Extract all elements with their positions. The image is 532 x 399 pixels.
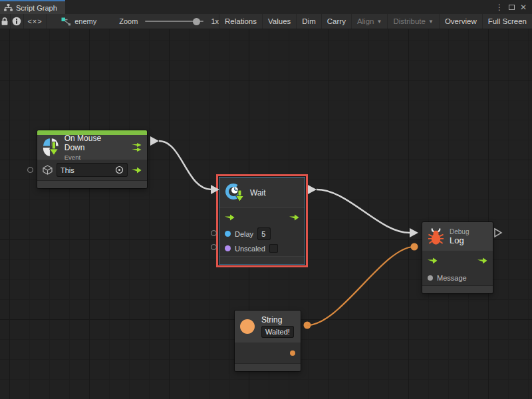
tab-title: Script Graph <box>16 4 57 12</box>
mouse-down-icon <box>43 138 59 157</box>
node-header: Debug Log <box>422 222 493 251</box>
unscaled-label: Unscaled <box>235 245 265 253</box>
string-output-dot[interactable] <box>290 350 295 356</box>
trigger-row <box>422 251 493 270</box>
chevron-down-icon: ▼ <box>376 19 382 25</box>
trigger-output-icon[interactable] <box>132 167 142 174</box>
target-field[interactable]: This <box>57 163 128 177</box>
delay-external-port[interactable] <box>211 230 217 236</box>
carry-button[interactable]: Carry <box>321 14 351 29</box>
trigger-row <box>219 208 305 227</box>
full-screen-button[interactable]: Full Screen <box>482 14 532 29</box>
trigger-output-icon[interactable] <box>289 214 299 221</box>
align-button[interactable]: Align▼ <box>351 14 388 29</box>
unscaled-port-dot[interactable] <box>225 245 231 251</box>
graph-name: enemy <box>74 17 96 25</box>
code-view-button[interactable]: <×> <box>24 14 47 29</box>
lock-button[interactable] <box>0 14 11 29</box>
trigger-output-double-icon[interactable] <box>132 143 142 152</box>
node-title: On Mouse Down <box>65 134 121 152</box>
node-category: Debug <box>450 228 469 235</box>
wait-clock-icon <box>225 183 245 203</box>
delay-port-row: Delay 5 <box>219 227 305 241</box>
node-wait-selection-outline: Wait Delay 5 Unscaled <box>216 174 308 267</box>
node-string[interactable]: String Waited! <box>235 311 301 371</box>
zoom-label: Zoom <box>119 17 138 25</box>
dim-button[interactable]: Dim <box>296 14 321 29</box>
delay-label: Delay <box>235 230 253 238</box>
target-port-row: This <box>37 160 147 180</box>
node-footer <box>219 256 305 264</box>
script-graph-window: Script Graph ⋮ ✕ <×> <box>0 0 532 399</box>
message-label: Message <box>437 274 467 282</box>
window-menu-icon[interactable]: ⋮ <box>495 3 503 11</box>
graph-toolbar: <×> enemy Zoom 1x Relations Values Dim C… <box>0 14 532 29</box>
tab-script-graph[interactable]: Script Graph <box>0 0 65 14</box>
trigger-input-icon[interactable] <box>428 257 438 264</box>
node-title: String <box>261 315 294 325</box>
node-header: On Mouse Down Event <box>37 135 147 160</box>
graph-hierarchy-icon <box>4 4 13 11</box>
code-icon: <×> <box>27 17 42 25</box>
string-value-field[interactable]: Waited! <box>261 326 294 338</box>
node-debug-log[interactable]: Debug Log Message <box>422 222 493 293</box>
graph-asset-icon <box>61 17 71 26</box>
node-footer <box>235 363 301 371</box>
node-footer <box>422 285 493 293</box>
info-icon <box>12 17 21 26</box>
unscaled-checkbox[interactable] <box>269 244 278 253</box>
zoom-value: 1x <box>211 17 219 25</box>
unscaled-port-row: Unscaled <box>219 241 305 256</box>
overview-button[interactable]: Overview <box>439 14 482 29</box>
zoom-slider[interactable] <box>145 21 203 22</box>
delay-value-field[interactable]: 5 <box>257 227 271 240</box>
zoom-slider-knob[interactable] <box>193 18 200 25</box>
graph-canvas[interactable]: On Mouse Down Event This <box>0 29 532 399</box>
bug-icon <box>428 227 444 246</box>
zoom-control: Zoom 1x <box>119 14 219 29</box>
gameobject-cube-icon <box>43 165 53 175</box>
window-controls: ⋮ ✕ <box>495 0 532 14</box>
toolbar-buttons: Relations Values Dim Carry Align▼ Distri… <box>219 14 532 29</box>
window-close-icon[interactable]: ✕ <box>520 3 527 11</box>
graph-reference[interactable]: enemy <box>61 14 96 29</box>
node-title: Wait <box>250 188 266 198</box>
trigger-input-icon[interactable] <box>225 214 235 221</box>
output-port-row <box>235 342 301 363</box>
tab-bar: Script Graph ⋮ ✕ <box>0 0 532 14</box>
node-footer <box>37 180 147 188</box>
target-input-port[interactable] <box>27 167 33 173</box>
chevron-down-icon: ▼ <box>428 19 434 25</box>
lock-icon <box>1 17 9 26</box>
delay-port-dot[interactable] <box>225 231 231 237</box>
string-type-icon <box>240 319 255 334</box>
node-wait[interactable]: Wait Delay 5 Unscaled <box>219 177 305 265</box>
message-port-dot[interactable] <box>428 275 433 281</box>
object-picker-icon[interactable] <box>115 166 124 174</box>
node-on-mouse-down[interactable]: On Mouse Down Event This <box>37 130 147 188</box>
window-maximize-icon[interactable] <box>509 5 515 10</box>
node-header: String Waited! <box>235 311 301 342</box>
node-header: Wait <box>219 178 305 207</box>
message-port-row: Message <box>422 270 493 285</box>
distribute-button[interactable]: Distribute▼ <box>387 14 439 29</box>
unscaled-external-port[interactable] <box>211 244 217 250</box>
info-button[interactable] <box>11 14 24 29</box>
relations-button[interactable]: Relations <box>219 14 262 29</box>
node-title: Log <box>450 235 469 245</box>
values-button[interactable]: Values <box>262 14 296 29</box>
trigger-output-icon[interactable] <box>477 257 487 264</box>
